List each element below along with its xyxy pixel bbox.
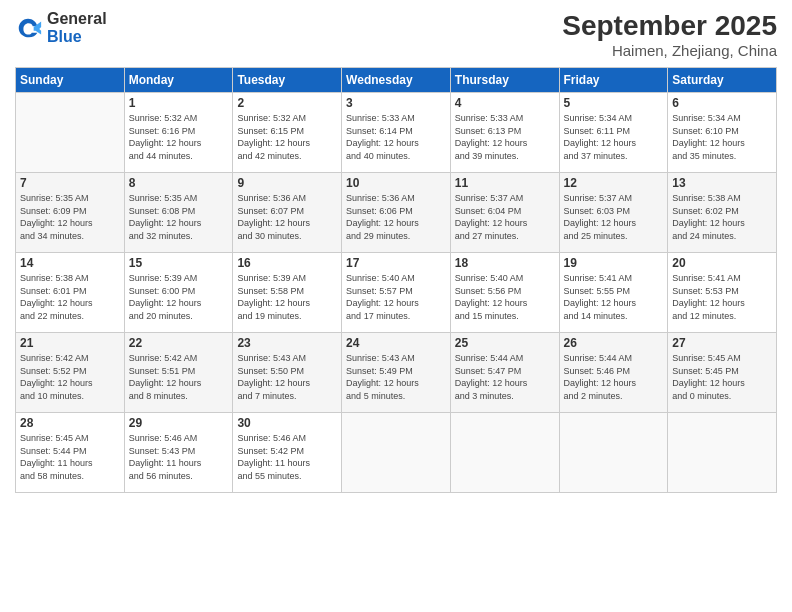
day-cell: 2Sunrise: 5:32 AM Sunset: 6:15 PM Daylig… — [233, 93, 342, 173]
week-row-2: 7Sunrise: 5:35 AM Sunset: 6:09 PM Daylig… — [16, 173, 777, 253]
day-info: Sunrise: 5:41 AM Sunset: 5:53 PM Dayligh… — [672, 272, 772, 322]
day-cell — [16, 93, 125, 173]
day-cell — [342, 413, 451, 493]
day-cell: 26Sunrise: 5:44 AM Sunset: 5:46 PM Dayli… — [559, 333, 668, 413]
calendar-title: September 2025 — [562, 10, 777, 42]
day-number: 8 — [129, 176, 229, 190]
day-number: 3 — [346, 96, 446, 110]
header: General Blue September 2025 Haimen, Zhej… — [15, 10, 777, 59]
day-number: 1 — [129, 96, 229, 110]
day-cell: 23Sunrise: 5:43 AM Sunset: 5:50 PM Dayli… — [233, 333, 342, 413]
day-number: 6 — [672, 96, 772, 110]
day-info: Sunrise: 5:32 AM Sunset: 6:16 PM Dayligh… — [129, 112, 229, 162]
day-number: 16 — [237, 256, 337, 270]
day-cell: 3Sunrise: 5:33 AM Sunset: 6:14 PM Daylig… — [342, 93, 451, 173]
day-number: 27 — [672, 336, 772, 350]
col-header-friday: Friday — [559, 68, 668, 93]
day-cell — [668, 413, 777, 493]
col-header-thursday: Thursday — [450, 68, 559, 93]
day-info: Sunrise: 5:44 AM Sunset: 5:47 PM Dayligh… — [455, 352, 555, 402]
day-cell: 1Sunrise: 5:32 AM Sunset: 6:16 PM Daylig… — [124, 93, 233, 173]
day-info: Sunrise: 5:35 AM Sunset: 6:09 PM Dayligh… — [20, 192, 120, 242]
day-info: Sunrise: 5:37 AM Sunset: 6:03 PM Dayligh… — [564, 192, 664, 242]
day-cell: 15Sunrise: 5:39 AM Sunset: 6:00 PM Dayli… — [124, 253, 233, 333]
day-cell: 21Sunrise: 5:42 AM Sunset: 5:52 PM Dayli… — [16, 333, 125, 413]
day-cell: 7Sunrise: 5:35 AM Sunset: 6:09 PM Daylig… — [16, 173, 125, 253]
day-cell: 11Sunrise: 5:37 AM Sunset: 6:04 PM Dayli… — [450, 173, 559, 253]
day-cell: 18Sunrise: 5:40 AM Sunset: 5:56 PM Dayli… — [450, 253, 559, 333]
day-number: 19 — [564, 256, 664, 270]
day-cell — [559, 413, 668, 493]
day-cell: 16Sunrise: 5:39 AM Sunset: 5:58 PM Dayli… — [233, 253, 342, 333]
col-header-saturday: Saturday — [668, 68, 777, 93]
day-number: 15 — [129, 256, 229, 270]
day-cell: 8Sunrise: 5:35 AM Sunset: 6:08 PM Daylig… — [124, 173, 233, 253]
day-cell: 19Sunrise: 5:41 AM Sunset: 5:55 PM Dayli… — [559, 253, 668, 333]
day-cell: 24Sunrise: 5:43 AM Sunset: 5:49 PM Dayli… — [342, 333, 451, 413]
title-block: September 2025 Haimen, Zhejiang, China — [562, 10, 777, 59]
day-info: Sunrise: 5:46 AM Sunset: 5:42 PM Dayligh… — [237, 432, 337, 482]
day-number: 14 — [20, 256, 120, 270]
day-info: Sunrise: 5:45 AM Sunset: 5:44 PM Dayligh… — [20, 432, 120, 482]
day-cell: 13Sunrise: 5:38 AM Sunset: 6:02 PM Dayli… — [668, 173, 777, 253]
week-row-4: 21Sunrise: 5:42 AM Sunset: 5:52 PM Dayli… — [16, 333, 777, 413]
day-number: 5 — [564, 96, 664, 110]
day-info: Sunrise: 5:39 AM Sunset: 6:00 PM Dayligh… — [129, 272, 229, 322]
day-info: Sunrise: 5:34 AM Sunset: 6:11 PM Dayligh… — [564, 112, 664, 162]
day-number: 28 — [20, 416, 120, 430]
day-number: 29 — [129, 416, 229, 430]
day-cell: 30Sunrise: 5:46 AM Sunset: 5:42 PM Dayli… — [233, 413, 342, 493]
day-info: Sunrise: 5:42 AM Sunset: 5:51 PM Dayligh… — [129, 352, 229, 402]
day-number: 9 — [237, 176, 337, 190]
day-info: Sunrise: 5:38 AM Sunset: 6:01 PM Dayligh… — [20, 272, 120, 322]
day-info: Sunrise: 5:34 AM Sunset: 6:10 PM Dayligh… — [672, 112, 772, 162]
calendar-subtitle: Haimen, Zhejiang, China — [562, 42, 777, 59]
day-cell: 9Sunrise: 5:36 AM Sunset: 6:07 PM Daylig… — [233, 173, 342, 253]
day-number: 12 — [564, 176, 664, 190]
day-number: 22 — [129, 336, 229, 350]
day-cell: 10Sunrise: 5:36 AM Sunset: 6:06 PM Dayli… — [342, 173, 451, 253]
day-number: 21 — [20, 336, 120, 350]
day-number: 26 — [564, 336, 664, 350]
col-header-wednesday: Wednesday — [342, 68, 451, 93]
day-number: 23 — [237, 336, 337, 350]
day-header-row: SundayMondayTuesdayWednesdayThursdayFrid… — [16, 68, 777, 93]
day-info: Sunrise: 5:36 AM Sunset: 6:06 PM Dayligh… — [346, 192, 446, 242]
week-row-3: 14Sunrise: 5:38 AM Sunset: 6:01 PM Dayli… — [16, 253, 777, 333]
day-info: Sunrise: 5:35 AM Sunset: 6:08 PM Dayligh… — [129, 192, 229, 242]
day-info: Sunrise: 5:43 AM Sunset: 5:49 PM Dayligh… — [346, 352, 446, 402]
day-info: Sunrise: 5:36 AM Sunset: 6:07 PM Dayligh… — [237, 192, 337, 242]
day-info: Sunrise: 5:37 AM Sunset: 6:04 PM Dayligh… — [455, 192, 555, 242]
calendar-page: General Blue September 2025 Haimen, Zhej… — [0, 0, 792, 612]
day-number: 13 — [672, 176, 772, 190]
day-info: Sunrise: 5:40 AM Sunset: 5:56 PM Dayligh… — [455, 272, 555, 322]
col-header-tuesday: Tuesday — [233, 68, 342, 93]
day-cell: 4Sunrise: 5:33 AM Sunset: 6:13 PM Daylig… — [450, 93, 559, 173]
day-cell — [450, 413, 559, 493]
logo-text: General Blue — [47, 10, 107, 45]
day-info: Sunrise: 5:43 AM Sunset: 5:50 PM Dayligh… — [237, 352, 337, 402]
day-number: 20 — [672, 256, 772, 270]
logo-icon — [15, 14, 43, 42]
day-info: Sunrise: 5:45 AM Sunset: 5:45 PM Dayligh… — [672, 352, 772, 402]
day-number: 10 — [346, 176, 446, 190]
day-number: 24 — [346, 336, 446, 350]
day-number: 17 — [346, 256, 446, 270]
day-number: 25 — [455, 336, 555, 350]
day-info: Sunrise: 5:38 AM Sunset: 6:02 PM Dayligh… — [672, 192, 772, 242]
day-number: 11 — [455, 176, 555, 190]
day-cell: 28Sunrise: 5:45 AM Sunset: 5:44 PM Dayli… — [16, 413, 125, 493]
week-row-1: 1Sunrise: 5:32 AM Sunset: 6:16 PM Daylig… — [16, 93, 777, 173]
day-info: Sunrise: 5:33 AM Sunset: 6:13 PM Dayligh… — [455, 112, 555, 162]
day-cell: 29Sunrise: 5:46 AM Sunset: 5:43 PM Dayli… — [124, 413, 233, 493]
day-info: Sunrise: 5:33 AM Sunset: 6:14 PM Dayligh… — [346, 112, 446, 162]
day-number: 18 — [455, 256, 555, 270]
logo-general-text: General — [47, 10, 107, 28]
day-info: Sunrise: 5:39 AM Sunset: 5:58 PM Dayligh… — [237, 272, 337, 322]
logo: General Blue — [15, 10, 107, 45]
day-cell: 6Sunrise: 5:34 AM Sunset: 6:10 PM Daylig… — [668, 93, 777, 173]
day-number: 4 — [455, 96, 555, 110]
day-info: Sunrise: 5:41 AM Sunset: 5:55 PM Dayligh… — [564, 272, 664, 322]
day-cell: 22Sunrise: 5:42 AM Sunset: 5:51 PM Dayli… — [124, 333, 233, 413]
calendar-table: SundayMondayTuesdayWednesdayThursdayFrid… — [15, 67, 777, 493]
